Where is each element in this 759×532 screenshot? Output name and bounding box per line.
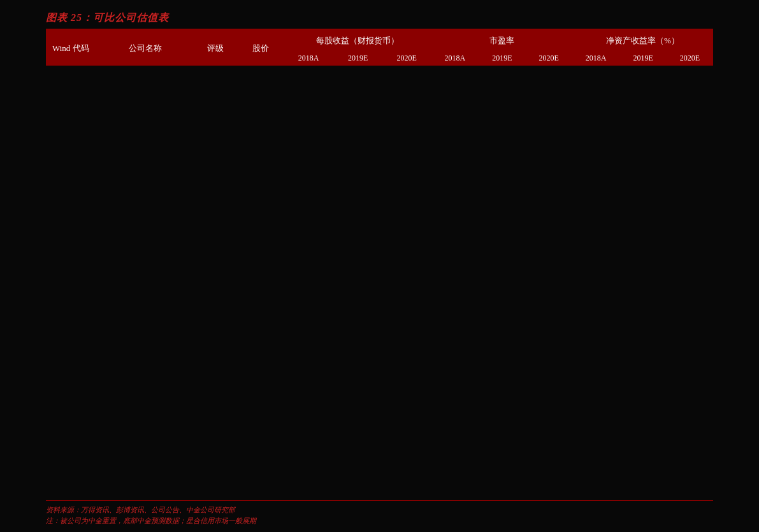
col-price: 股价 xyxy=(238,31,284,66)
col-roe-2019e: 2019E xyxy=(620,51,667,66)
col-pe-group: 市盈率 xyxy=(431,31,572,51)
table-header-row-1: Wind 代码 公司名称 评级 股价 每股收益（财报货币） 市盈率 净资产收益率… xyxy=(46,31,713,51)
col-pe-2018a: 2018A xyxy=(431,51,479,66)
col-eps-2018a: 2018A xyxy=(284,51,334,66)
col-company-name: 公司名称 xyxy=(122,31,193,66)
comparison-table: Wind 代码 公司名称 评级 股价 每股收益（财报货币） 市盈率 净资产收益率… xyxy=(46,31,713,66)
col-pe-2019e: 2019E xyxy=(479,51,526,66)
footer-divider xyxy=(46,500,713,501)
table-section: Wind 代码 公司名称 评级 股价 每股收益（财报货币） 市盈率 净资产收益率… xyxy=(46,29,713,66)
col-rating: 评级 xyxy=(193,31,238,66)
col-eps-2019e: 2019E xyxy=(333,51,382,66)
col-wind-code: Wind 代码 xyxy=(46,31,122,66)
footer-section: 资料来源：万得资讯、彭博资讯、公司公告、中金公司研究部 注：被公司为中金重置，底… xyxy=(46,500,713,527)
col-roe-2020e: 2020E xyxy=(667,51,713,66)
col-pe-2020e: 2020E xyxy=(526,51,572,66)
col-roe-group: 净资产收益率（%） xyxy=(572,31,713,51)
page-container: 图表 25：可比公司估值表 Wind 代码 公司名称 评级 股价 每股收益（财报… xyxy=(0,0,759,532)
col-eps-2020e: 2020E xyxy=(382,51,431,66)
page-title: 图表 25：可比公司估值表 xyxy=(46,11,713,25)
col-roe-2018a: 2018A xyxy=(572,51,620,66)
title-section: 图表 25：可比公司估值表 xyxy=(46,11,713,25)
footer-source: 资料来源：万得资讯、彭博资讯、公司公告、中金公司研究部 xyxy=(46,505,713,516)
footer-note: 注：被公司为中金重置，底部中金预测数据；星合信用市场一般展期 xyxy=(46,515,713,527)
col-eps-group: 每股收益（财报货币） xyxy=(284,31,431,51)
